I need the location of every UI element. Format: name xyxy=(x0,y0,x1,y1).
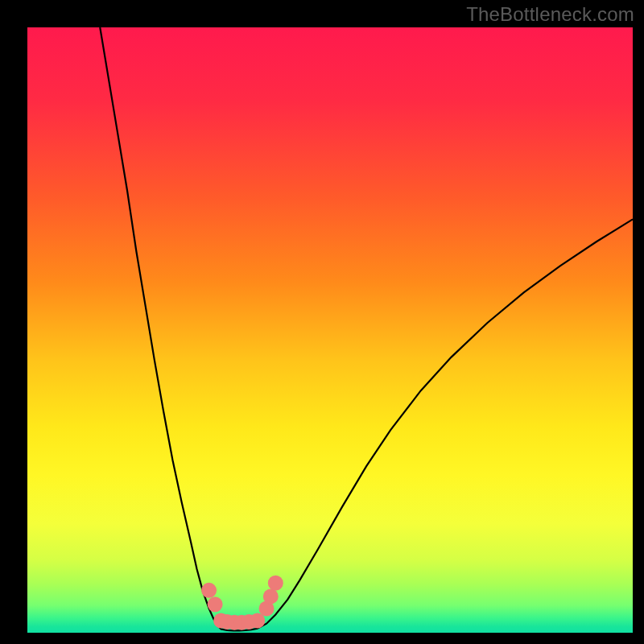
data-marker xyxy=(263,588,279,604)
data-marker xyxy=(201,583,217,598)
bottleneck-chart xyxy=(0,0,644,644)
data-marker xyxy=(208,597,223,612)
plot-background xyxy=(27,27,633,633)
chart-container: { "attribution": "TheBottleneck.com", "p… xyxy=(0,0,644,644)
data-marker xyxy=(250,613,265,628)
data-marker xyxy=(268,576,283,591)
